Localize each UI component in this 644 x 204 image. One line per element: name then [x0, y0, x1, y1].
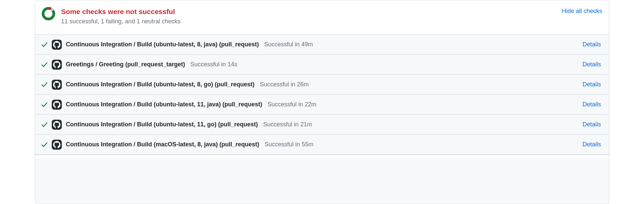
check-row: Continuous Integration / Build (ubuntu-l… [35, 115, 609, 135]
check-status: Successful in 49m [264, 41, 313, 48]
check-success-icon [41, 81, 48, 88]
check-success-icon [41, 141, 48, 148]
check-success-icon [41, 101, 48, 108]
status-donut-icon [42, 7, 55, 20]
check-name: Continuous Integration / Build (ubuntu-l… [66, 121, 258, 128]
check-success-icon [41, 41, 48, 48]
check-text: Greetings / Greeting (pull_request_targe… [66, 61, 579, 68]
details-link[interactable]: Details [583, 141, 603, 148]
check-success-icon [41, 121, 48, 128]
details-link[interactable]: Details [583, 81, 603, 88]
details-link[interactable]: Details [583, 121, 603, 128]
details-link[interactable]: Details [583, 41, 603, 48]
check-status: Successful in 26m [260, 81, 309, 88]
list-footer-separator [35, 155, 609, 159]
check-name: Continuous Integration / Build (ubuntu-l… [66, 41, 259, 48]
check-name: Continuous Integration / Build (ubuntu-l… [66, 101, 262, 108]
check-row: Continuous Integration / Build (ubuntu-l… [35, 35, 609, 55]
github-actions-avatar-icon [52, 40, 62, 50]
check-row: Greetings / Greeting (pull_request_targe… [35, 55, 609, 75]
check-name: Continuous Integration / Build (ubuntu-l… [66, 81, 255, 88]
details-link[interactable]: Details [583, 61, 603, 68]
check-name: Continuous Integration / Build (macOS-la… [66, 141, 259, 148]
check-status: Successful in 55m [265, 141, 313, 148]
hide-all-checks-link[interactable]: Hide all checks [562, 7, 602, 15]
check-status: Successful in 14s [190, 61, 237, 68]
check-text: Continuous Integration / Build (ubuntu-l… [66, 101, 579, 108]
github-actions-avatar-icon [52, 100, 62, 110]
checks-header: Some checks were not successful 11 succe… [35, 0, 609, 34]
github-actions-avatar-icon [52, 120, 62, 130]
check-text: Continuous Integration / Build (ubuntu-l… [66, 41, 579, 48]
check-text: Continuous Integration / Build (ubuntu-l… [66, 81, 579, 88]
checks-subtitle: 11 successful, 1 failing, and 1 neutral … [61, 17, 556, 26]
details-link[interactable]: Details [583, 101, 603, 108]
check-row: Continuous Integration / Build (macOS-la… [35, 135, 609, 155]
github-actions-avatar-icon [52, 140, 62, 150]
check-status: Successful in 21m [263, 121, 312, 128]
check-status: Successful in 22m [268, 101, 316, 108]
check-name: Greetings / Greeting (pull_request_targe… [66, 61, 185, 68]
check-success-icon [41, 61, 48, 68]
checks-panel: Some checks were not successful 11 succe… [35, 0, 609, 204]
check-text: Continuous Integration / Build (ubuntu-l… [66, 121, 579, 128]
checks-header-text: Some checks were not successful 11 succe… [61, 7, 556, 26]
check-text: Continuous Integration / Build (macOS-la… [66, 141, 579, 148]
check-row: Continuous Integration / Build (ubuntu-l… [35, 95, 609, 115]
github-actions-avatar-icon [52, 60, 62, 70]
checks-list[interactable]: Continuous Integration / Build (ubuntu-l… [35, 34, 609, 203]
check-row: Continuous Integration / Build (ubuntu-l… [35, 75, 609, 95]
github-actions-avatar-icon [52, 80, 62, 90]
checks-title: Some checks were not successful [61, 7, 556, 16]
